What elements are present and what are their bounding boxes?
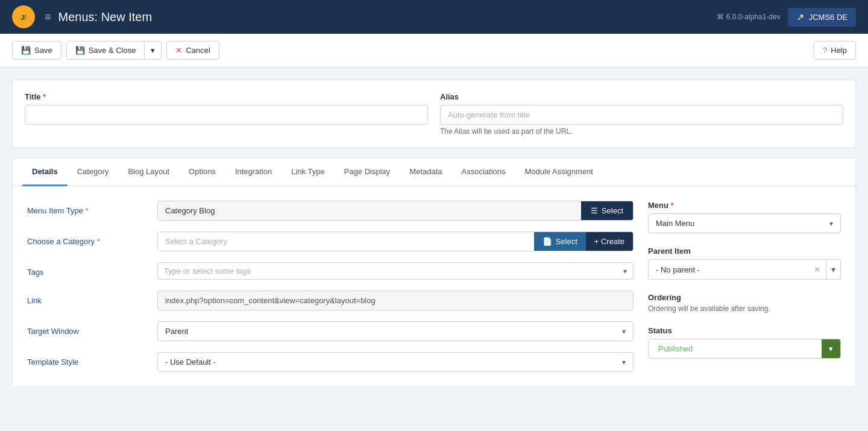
header-right: ⌘ 6.0.0-alpha1-dev ↗ JCMS6 DE: [717, 8, 856, 27]
tabs-nav: Details Category Blog Layout Options Int…: [13, 159, 855, 186]
title-alias-row: Title * Alias The Alias will be used as …: [25, 92, 843, 136]
menu-item-type-control: Category Blog ☰ Select: [157, 201, 634, 221]
category-control-wrapper: Select a Category 📄 Select + Create: [157, 231, 634, 251]
save-close-button[interactable]: 💾 Save & Close: [66, 41, 145, 60]
header-title-text: Menus: New Item: [58, 10, 153, 24]
dropdown-chevron-icon: ▾: [151, 46, 155, 55]
user-label: JCMS6 DE: [809, 13, 848, 22]
menu-item-type-row: Menu Item Type * Category Blog ☰ Select: [27, 201, 634, 221]
template-style-select[interactable]: - Use Default - ▾: [157, 352, 634, 372]
template-style-label: Template Style: [27, 352, 148, 367]
tab-blog-layout[interactable]: Blog Layout: [118, 159, 179, 186]
target-window-control: Parent ▾: [157, 321, 634, 341]
ordering-field: Ordering Ordering will be available afte…: [648, 293, 841, 313]
menu-select[interactable]: Main Menu ▾: [648, 213, 841, 233]
template-style-control: - Use Default - ▾: [157, 352, 634, 372]
alias-field: Alias The Alias will be used as part of …: [440, 92, 843, 136]
create-cat-label: + Create: [594, 237, 624, 246]
target-window-chevron-icon: ▾: [622, 327, 626, 336]
target-window-value: Parent: [165, 327, 622, 336]
user-menu-button[interactable]: ↗ JCMS6 DE: [788, 8, 856, 27]
status-chevron-icon: ▾: [829, 344, 833, 353]
link-row: Link index.php?option=com_content&view=c…: [27, 291, 634, 310]
status-field: Status Published ▾: [648, 326, 841, 359]
template-style-chevron-icon: ▾: [622, 358, 626, 367]
tags-row: Tags Type or select some tags ▾: [27, 262, 634, 280]
status-control: Published ▾: [648, 339, 841, 359]
tab-link-type[interactable]: Link Type: [281, 159, 334, 186]
menu-right-label: Menu *: [648, 201, 841, 210]
select-cat-label: Select: [556, 237, 577, 246]
alias-hint: The Alias will be used as part of the UR…: [440, 127, 843, 136]
menu-select-value: Main Menu: [656, 219, 829, 228]
parent-clear-button[interactable]: ✕: [809, 260, 826, 279]
parent-item-label: Parent Item: [648, 247, 841, 256]
joomla-logo: J!: [12, 5, 35, 28]
tab-page-display[interactable]: Page Display: [335, 159, 400, 186]
select-cat-icon: 📄: [542, 237, 552, 246]
cancel-button[interactable]: ✕ Cancel: [166, 41, 219, 60]
menu-field: Menu * Main Menu ▾: [648, 201, 841, 233]
tags-select[interactable]: Type or select some tags ▾: [157, 262, 634, 280]
status-dropdown-button[interactable]: ▾: [822, 339, 840, 358]
title-input[interactable]: [25, 105, 428, 125]
save-button[interactable]: 💾 Save: [12, 41, 61, 60]
select-category-button[interactable]: 📄 Select: [534, 232, 586, 251]
save-close-group: 💾 Save & Close ▾: [66, 41, 162, 60]
ordering-label: Ordering: [648, 293, 841, 302]
title-field: Title *: [25, 92, 428, 136]
toolbar-left: 💾 Save 💾 Save & Close ▾ ✕ Cancel: [12, 41, 219, 60]
template-style-value: - Use Default -: [165, 357, 622, 367]
save-close-dropdown-button[interactable]: ▾: [145, 41, 162, 60]
details-left: Menu Item Type * Category Blog ☰ Select: [27, 201, 634, 372]
external-icon: ↗: [796, 11, 804, 23]
parent-item-value: - No parent -: [649, 260, 809, 279]
create-category-button[interactable]: + Create: [586, 232, 633, 251]
link-value: index.php?option=com_content&view=catego…: [157, 291, 634, 310]
app-header: J! ≡ Menus: New Item ⌘ 6.0.0-alpha1-dev …: [0, 0, 868, 34]
tab-integration[interactable]: Integration: [225, 159, 281, 186]
details-right: Menu * Main Menu ▾ Parent Item - No pare…: [648, 201, 841, 372]
menu-icon: ≡: [45, 11, 51, 24]
link-control: index.php?option=com_content&view=catego…: [157, 291, 634, 310]
tab-associations[interactable]: Associations: [452, 159, 515, 186]
tabs-container: Details Category Blog Layout Options Int…: [12, 158, 856, 387]
save-close-label: Save & Close: [89, 46, 136, 55]
parent-item-field: Parent Item - No parent - ✕ ▾: [648, 247, 841, 280]
header-left: J! ≡ Menus: New Item: [12, 5, 152, 28]
status-value: Published: [649, 339, 822, 358]
help-button[interactable]: ? Help: [814, 41, 856, 60]
tab-details[interactable]: Details: [22, 159, 68, 186]
menu-select-chevron-icon: ▾: [829, 219, 833, 228]
tab-category[interactable]: Category: [68, 159, 119, 186]
ordering-hint: Ordering will be available after saving.: [648, 304, 841, 313]
tab-options[interactable]: Options: [179, 159, 225, 186]
target-window-select[interactable]: Parent ▾: [157, 321, 634, 341]
parent-chevron-icon[interactable]: ▾: [826, 260, 840, 279]
menu-item-type-label: Menu Item Type *: [27, 201, 148, 215]
details-grid: Menu Item Type * Category Blog ☰ Select: [27, 201, 841, 372]
save-close-icon: 💾: [75, 46, 85, 55]
title-label: Title *: [25, 92, 428, 101]
cancel-icon: ✕: [175, 46, 182, 55]
list-icon: ☰: [591, 206, 598, 215]
alias-input[interactable]: [440, 105, 843, 125]
select-type-button[interactable]: ☰ Select: [581, 201, 633, 220]
tab-content-details: Menu Item Type * Category Blog ☰ Select: [13, 186, 855, 386]
svg-text:J!: J!: [21, 14, 27, 21]
title-required: *: [43, 92, 46, 101]
link-label: Link: [27, 291, 148, 305]
tags-chevron-icon: ▾: [623, 267, 627, 275]
tab-metadata[interactable]: Metadata: [400, 159, 451, 186]
save-label: Save: [34, 46, 52, 55]
version-badge: ⌘ 6.0.0-alpha1-dev: [717, 13, 780, 21]
help-label: Help: [831, 46, 847, 55]
joomla-logo-icon: J!: [12, 5, 35, 28]
choose-category-required: *: [97, 237, 100, 246]
alias-label: Alias: [440, 92, 843, 101]
tab-module-assignment[interactable]: Module Assignment: [515, 159, 603, 186]
toolbar: 💾 Save 💾 Save & Close ▾ ✕ Cancel ? Help: [0, 34, 868, 68]
menu-item-type-value: Category Blog: [158, 201, 581, 220]
page-title: ≡ Menus: New Item: [45, 10, 152, 24]
choose-category-row: Choose a Category * Select a Category 📄 …: [27, 231, 634, 251]
